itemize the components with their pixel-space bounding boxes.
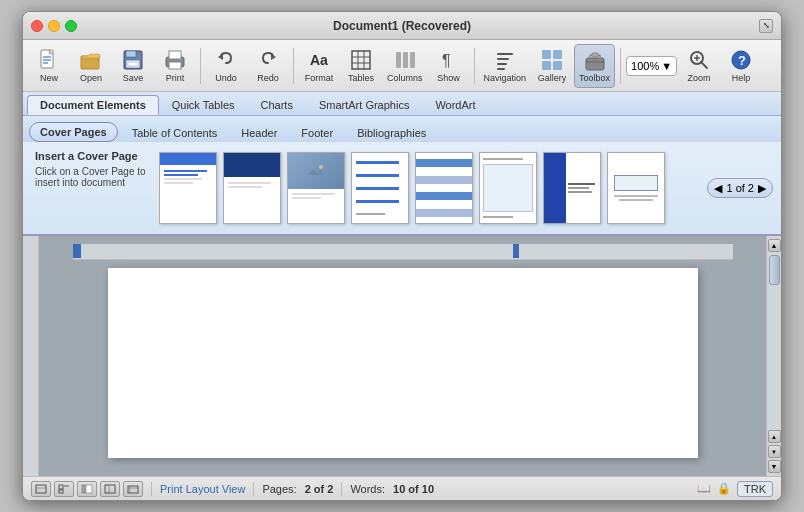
cover-thumb-5[interactable] bbox=[415, 152, 473, 224]
document-page[interactable] bbox=[108, 268, 698, 458]
zoom-control[interactable]: 100% ▼ bbox=[626, 56, 677, 76]
statusbar-sep-2 bbox=[253, 482, 254, 496]
cover-thumb-3[interactable] bbox=[287, 152, 345, 224]
svg-rect-25 bbox=[410, 52, 415, 68]
maximize-button[interactable] bbox=[65, 20, 77, 32]
pagination-badge: ◀ 1 of 2 ▶ bbox=[707, 178, 773, 198]
gallery-label: Gallery bbox=[538, 73, 567, 83]
columns-button[interactable]: Columns bbox=[383, 44, 427, 88]
subtab-bibliographies[interactable]: Bibliographies bbox=[347, 124, 436, 142]
cover-thumb-8[interactable] bbox=[607, 152, 665, 224]
tab-wordart[interactable]: WordArt bbox=[422, 95, 488, 115]
separator-2 bbox=[293, 48, 294, 84]
document-area: ▲ ▲ ▼ ▼ bbox=[23, 236, 781, 476]
prev-page-button[interactable]: ◀ bbox=[714, 182, 722, 195]
tables-button[interactable]: Tables bbox=[341, 44, 381, 88]
navigation-label: Navigation bbox=[484, 73, 527, 83]
svg-rect-52 bbox=[82, 485, 85, 493]
undo-button[interactable]: Undo bbox=[206, 44, 246, 88]
cover-thumb-2[interactable] bbox=[223, 152, 281, 224]
svg-rect-32 bbox=[553, 50, 562, 59]
cover-thumb-6[interactable] bbox=[479, 152, 537, 224]
view-label: Print Layout View bbox=[160, 483, 245, 495]
subtab-cover-pages[interactable]: Cover Pages bbox=[29, 122, 118, 142]
tab-document-elements[interactable]: Document Elements bbox=[27, 95, 159, 115]
minimize-button[interactable] bbox=[48, 20, 60, 32]
scroll-thumb[interactable] bbox=[769, 255, 780, 285]
words-label: Words: bbox=[350, 483, 385, 495]
print-label: Print bbox=[166, 73, 185, 83]
pages-value: 2 of 2 bbox=[305, 483, 334, 495]
cover-instructions: Insert a Cover Page Click on a Cover Pag… bbox=[31, 146, 151, 230]
book-icon: 📖 bbox=[697, 482, 711, 495]
svg-rect-33 bbox=[542, 61, 551, 70]
toolbox-button[interactable]: Toolbox bbox=[574, 44, 615, 88]
scroll-down-button[interactable]: ▼ bbox=[768, 460, 781, 473]
format-label: Format bbox=[305, 73, 334, 83]
thumbnails-area bbox=[159, 146, 699, 230]
cover-thumb-1[interactable] bbox=[159, 152, 217, 224]
svg-text:Aa: Aa bbox=[310, 52, 328, 68]
svg-rect-27 bbox=[497, 53, 513, 55]
separator-3 bbox=[474, 48, 475, 84]
zoom-chevron: ▼ bbox=[661, 60, 672, 72]
traffic-lights bbox=[31, 20, 77, 32]
scroll-up-button[interactable]: ▲ bbox=[768, 239, 781, 252]
svg-text:¶: ¶ bbox=[442, 52, 451, 69]
tables-label: Tables bbox=[348, 73, 374, 83]
view-sidebar-button[interactable] bbox=[77, 481, 97, 497]
top-ruler bbox=[73, 244, 733, 260]
tab-charts[interactable]: Charts bbox=[248, 95, 306, 115]
subtab-footer[interactable]: Footer bbox=[291, 124, 343, 142]
tab-smartart[interactable]: SmartArt Graphics bbox=[306, 95, 422, 115]
show-label: Show bbox=[437, 73, 460, 83]
columns-label: Columns bbox=[387, 73, 423, 83]
zoom-button[interactable]: Zoom bbox=[679, 44, 719, 88]
open-button[interactable]: Open bbox=[71, 44, 111, 88]
left-ruler bbox=[23, 236, 39, 476]
svg-point-46 bbox=[319, 165, 323, 169]
scroll-down-up-button[interactable]: ▲ bbox=[768, 430, 781, 443]
cover-thumb-7[interactable] bbox=[543, 152, 601, 224]
gallery-button[interactable]: Gallery bbox=[532, 44, 572, 88]
svg-rect-49 bbox=[59, 485, 63, 489]
expand-button[interactable]: ⤡ bbox=[759, 19, 773, 33]
sub-ribbon: Cover Pages Table of Contents Header Foo… bbox=[23, 116, 781, 236]
svg-point-14 bbox=[180, 59, 183, 62]
navigation-button[interactable]: Navigation bbox=[480, 44, 531, 88]
svg-rect-34 bbox=[553, 61, 562, 70]
new-icon bbox=[37, 48, 61, 72]
redo-button[interactable]: Redo bbox=[248, 44, 288, 88]
ruler-right-marker[interactable] bbox=[513, 244, 519, 258]
close-button[interactable] bbox=[31, 20, 43, 32]
trk-badge: TRK bbox=[737, 481, 773, 497]
gallery-icon bbox=[540, 48, 564, 72]
scroll-down-down-button[interactable]: ▼ bbox=[768, 445, 781, 458]
show-icon: ¶ bbox=[437, 48, 461, 72]
svg-text:?: ? bbox=[738, 53, 746, 68]
format-button[interactable]: Aa Format bbox=[299, 44, 339, 88]
doc-scroll-area bbox=[39, 236, 766, 476]
columns-icon bbox=[393, 48, 417, 72]
print-button[interactable]: Print bbox=[155, 44, 195, 88]
view-normal-button[interactable] bbox=[31, 481, 51, 497]
statusbar-sep-3 bbox=[341, 482, 342, 496]
show-button[interactable]: ¶ Show bbox=[429, 44, 469, 88]
view-icons bbox=[31, 481, 143, 497]
instruction-line1: Insert a Cover Page bbox=[35, 150, 147, 162]
svg-rect-13 bbox=[169, 62, 181, 69]
view-layout-button[interactable] bbox=[100, 481, 120, 497]
subtab-toc[interactable]: Table of Contents bbox=[122, 124, 228, 142]
subtab-header[interactable]: Header bbox=[231, 124, 287, 142]
toolbar: New Open Save bbox=[23, 40, 781, 92]
view-web-button[interactable] bbox=[123, 481, 143, 497]
statusbar-sep-1 bbox=[151, 482, 152, 496]
view-outline-button[interactable] bbox=[54, 481, 74, 497]
next-page-button[interactable]: ▶ bbox=[758, 182, 766, 195]
ruler-left-marker[interactable] bbox=[73, 244, 81, 258]
cover-thumb-4[interactable] bbox=[351, 152, 409, 224]
new-button[interactable]: New bbox=[29, 44, 69, 88]
help-button[interactable]: ? Help bbox=[721, 44, 761, 88]
save-button[interactable]: Save bbox=[113, 44, 153, 88]
tab-quick-tables[interactable]: Quick Tables bbox=[159, 95, 248, 115]
